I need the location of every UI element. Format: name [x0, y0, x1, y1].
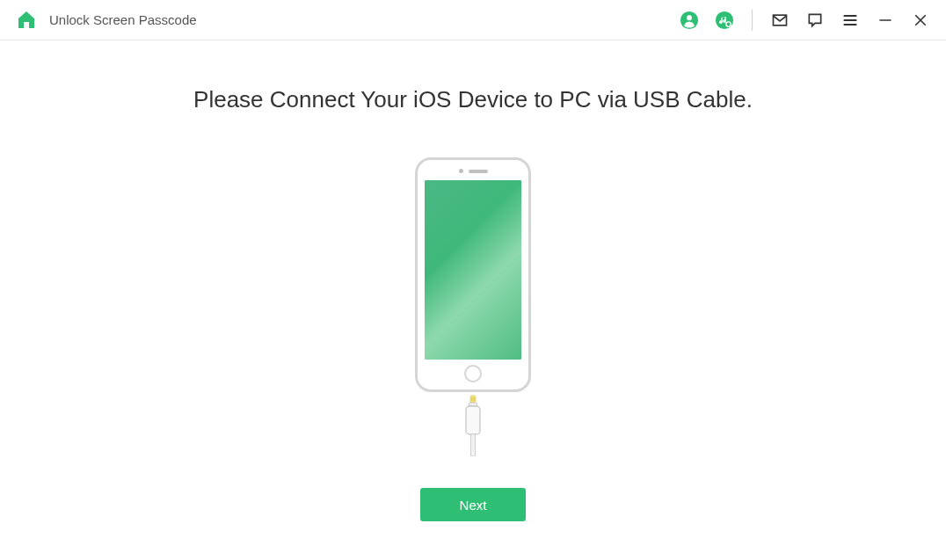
device-illustration	[415, 157, 531, 456]
phone-speaker	[469, 170, 488, 173]
phone-icon	[415, 157, 531, 392]
usb-cable-icon	[457, 395, 489, 456]
mail-icon[interactable]	[770, 11, 790, 30]
svg-point-1	[687, 15, 692, 20]
instruction-title: Please Connect Your iOS Device to PC via…	[193, 86, 753, 113]
svg-rect-17	[466, 406, 480, 434]
header-divider	[752, 10, 753, 31]
header-left: Unlock Screen Passcode	[16, 10, 197, 31]
phone-top	[459, 169, 488, 173]
phone-home-button	[464, 365, 482, 382]
header-right	[680, 10, 930, 31]
phone-camera-dot	[459, 169, 463, 173]
next-button[interactable]: Next	[420, 488, 526, 521]
close-icon[interactable]	[911, 11, 930, 30]
svg-rect-18	[471, 434, 476, 456]
menu-icon[interactable]	[840, 11, 860, 30]
music-search-icon[interactable]	[715, 11, 734, 30]
svg-line-4	[730, 25, 731, 27]
page-title: Unlock Screen Passcode	[49, 12, 197, 27]
home-icon[interactable]	[16, 10, 37, 31]
header-bar: Unlock Screen Passcode	[0, 0, 946, 40]
account-icon[interactable]	[680, 11, 699, 30]
minimize-icon[interactable]	[876, 11, 895, 30]
feedback-icon[interactable]	[805, 11, 825, 30]
phone-screen	[425, 180, 521, 360]
main-content: Please Connect Your iOS Device to PC via…	[0, 40, 946, 521]
